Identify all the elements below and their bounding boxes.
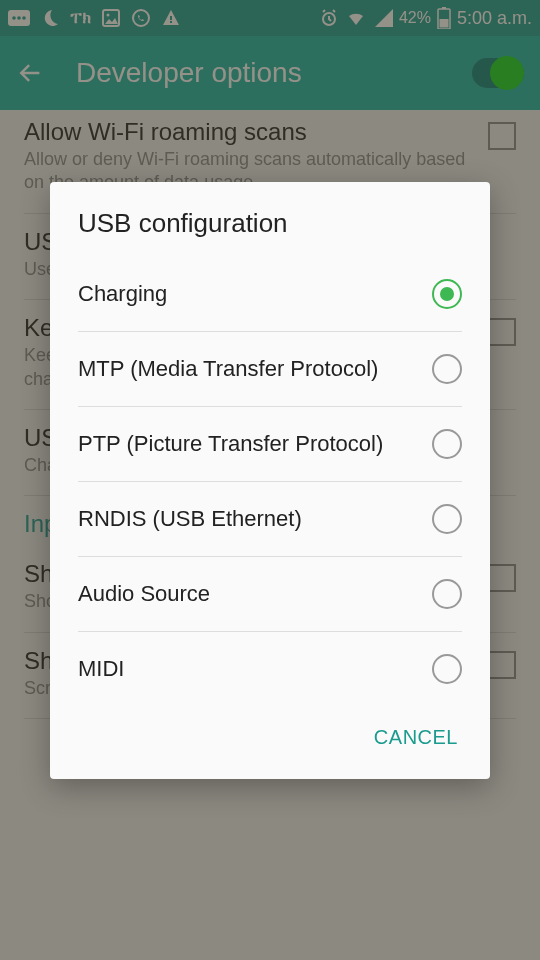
radio-option-ptp[interactable]: PTP (Picture Transfer Protocol)	[78, 407, 462, 482]
modal-overlay[interactable]: USB configuration Charging MTP (Media Tr…	[0, 0, 540, 960]
cancel-button[interactable]: CANCEL	[366, 716, 466, 759]
radio-icon	[432, 579, 462, 609]
radio-label: Audio Source	[78, 580, 224, 608]
radio-label: MIDI	[78, 655, 138, 683]
radio-option-midi[interactable]: MIDI	[78, 632, 462, 706]
radio-option-charging[interactable]: Charging	[78, 257, 462, 332]
radio-option-mtp[interactable]: MTP (Media Transfer Protocol)	[78, 332, 462, 407]
dialog-title: USB configuration	[50, 182, 490, 257]
radio-label: RNDIS (USB Ethernet)	[78, 505, 316, 533]
radio-icon	[432, 354, 462, 384]
usb-config-dialog: USB configuration Charging MTP (Media Tr…	[50, 182, 490, 779]
radio-icon	[432, 429, 462, 459]
radio-label: PTP (Picture Transfer Protocol)	[78, 430, 397, 458]
radio-label: Charging	[78, 280, 181, 308]
radio-icon	[432, 279, 462, 309]
radio-list: Charging MTP (Media Transfer Protocol) P…	[50, 257, 490, 706]
radio-icon	[432, 654, 462, 684]
radio-icon	[432, 504, 462, 534]
radio-label: MTP (Media Transfer Protocol)	[78, 355, 392, 383]
radio-option-audio[interactable]: Audio Source	[78, 557, 462, 632]
dialog-actions: CANCEL	[50, 706, 490, 771]
radio-option-rndis[interactable]: RNDIS (USB Ethernet)	[78, 482, 462, 557]
